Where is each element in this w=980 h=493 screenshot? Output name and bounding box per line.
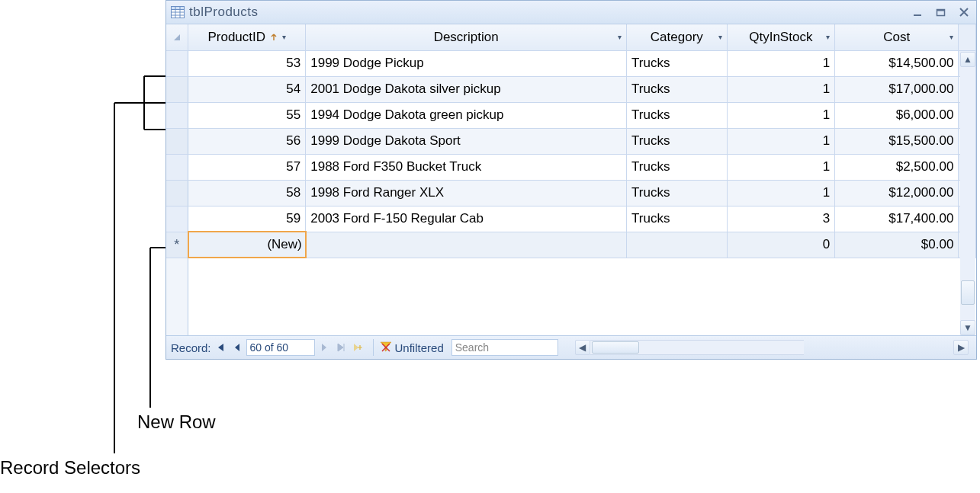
table-row[interactable]: 592003 Ford F-150 Regular CabTrucks3$17,… <box>166 206 976 232</box>
table-row[interactable]: 581998 Ford Ranger XLXTrucks1$12,000.00 <box>166 180 976 206</box>
table-row[interactable]: 531999 Dodge PickupTrucks1$14,500.00 <box>166 50 976 76</box>
cell-qty-new[interactable]: 0 <box>727 232 835 258</box>
cell-productid-new[interactable]: (New) <box>188 232 306 258</box>
cell-description[interactable]: 2003 Ford F-150 Regular Cab <box>306 206 627 232</box>
new-record-selector[interactable]: * <box>166 232 188 258</box>
col-header-productid[interactable]: ProductID ▾ <box>188 24 306 50</box>
hscroll-left-arrow[interactable]: ◀ <box>575 340 590 355</box>
table-row[interactable]: 542001 Dodge Dakota silver pickupTrucks1… <box>166 76 976 102</box>
minimize-button[interactable] <box>911 5 926 20</box>
scroll-down-arrow[interactable]: ▼ <box>960 320 975 335</box>
filter-section[interactable]: Unfiltered <box>373 339 444 356</box>
cell-cost-new[interactable]: $0.00 <box>835 232 959 258</box>
nav-next-button[interactable] <box>316 340 332 355</box>
callout-new-row: New Row <box>137 411 216 433</box>
col-header-qtyinstock[interactable]: QtyInStock▾ <box>727 24 835 50</box>
cell-cost[interactable]: $6,000.00 <box>835 102 959 128</box>
cell-productid[interactable]: 59 <box>188 206 306 232</box>
cell-productid[interactable]: 58 <box>188 180 306 206</box>
scroll-track[interactable] <box>961 67 975 320</box>
grid-body[interactable]: ProductID ▾ Description▾ Category▾ <box>166 24 976 335</box>
chevron-down-icon[interactable]: ▾ <box>618 33 622 41</box>
col-header-cost[interactable]: Cost▾ <box>835 24 959 50</box>
hscroll-right-arrow[interactable]: ▶ <box>953 340 969 355</box>
cell-cost[interactable]: $12,000.00 <box>835 180 959 206</box>
cell-productid[interactable]: 56 <box>188 128 306 154</box>
table-row[interactable]: 571988 Ford F350 Bucket TruckTrucks1$2,5… <box>166 154 976 180</box>
col-label: Cost <box>883 30 910 45</box>
cell-category[interactable]: Trucks <box>627 154 727 180</box>
cell-cost[interactable]: $15,500.00 <box>835 128 959 154</box>
record-counter-text: 60 of 60 <box>250 341 289 354</box>
scroll-thumb[interactable] <box>961 280 975 305</box>
cell-cost[interactable]: $17,000.00 <box>835 76 959 102</box>
table-row[interactable]: 561999 Dodge Dakota SportTrucks1$15,500.… <box>166 128 976 154</box>
cell-cost[interactable]: $14,500.00 <box>835 50 959 76</box>
col-header-description[interactable]: Description▾ <box>306 24 627 50</box>
nav-prev-button[interactable] <box>230 340 245 355</box>
cell-productid[interactable]: 55 <box>188 102 306 128</box>
col-label: ProductID <box>207 30 265 45</box>
record-counter[interactable]: 60 of 60 <box>246 339 315 356</box>
window-title: tblProducts <box>189 5 911 20</box>
record-selector[interactable] <box>166 206 188 232</box>
cell-qty[interactable]: 1 <box>727 180 835 206</box>
search-placeholder: Search <box>455 341 489 354</box>
cell-category[interactable]: Trucks <box>627 102 727 128</box>
cell-productid[interactable]: 57 <box>188 154 306 180</box>
chevron-down-icon[interactable]: ▾ <box>718 33 722 41</box>
chevron-down-icon[interactable]: ▾ <box>282 33 286 41</box>
chevron-down-icon[interactable]: ▾ <box>826 33 830 41</box>
close-button[interactable] <box>956 5 972 20</box>
cell-category[interactable]: Trucks <box>627 206 727 232</box>
cell-description[interactable]: 2001 Dodge Dakota silver pickup <box>306 76 627 102</box>
col-header-category[interactable]: Category▾ <box>627 24 727 50</box>
hscroll-track[interactable] <box>590 340 804 355</box>
select-all-corner[interactable] <box>166 24 188 50</box>
cell-qty[interactable]: 1 <box>727 50 835 76</box>
data-table: ProductID ▾ Description▾ Category▾ <box>166 24 976 335</box>
record-selector[interactable] <box>166 128 188 154</box>
table-icon <box>171 6 185 18</box>
table-row[interactable]: 551994 Dodge Dakota green pickupTrucks1$… <box>166 102 976 128</box>
scroll-up-arrow[interactable]: ▲ <box>960 52 975 67</box>
record-selector[interactable] <box>166 76 188 102</box>
cell-category[interactable]: Trucks <box>627 128 727 154</box>
cell-description[interactable]: 1999 Dodge Dakota Sport <box>306 128 627 154</box>
cell-qty[interactable]: 1 <box>727 76 835 102</box>
cell-qty[interactable]: 1 <box>727 102 835 128</box>
restore-button[interactable] <box>933 5 949 20</box>
titlebar[interactable]: tblProducts <box>166 1 976 24</box>
nav-new-button[interactable] <box>350 340 365 355</box>
cell-productid[interactable]: 54 <box>188 76 306 102</box>
cell-description[interactable]: 1998 Ford Ranger XLX <box>306 180 627 206</box>
record-selector[interactable] <box>166 50 188 76</box>
cell-category[interactable]: Trucks <box>627 50 727 76</box>
hscroll-thumb[interactable] <box>592 341 639 354</box>
cell-category[interactable]: Trucks <box>627 76 727 102</box>
horizontal-scrollbar[interactable]: ◀ ▶ <box>575 340 972 355</box>
cell-description[interactable]: 1999 Dodge Pickup <box>306 50 627 76</box>
cell-description[interactable]: 1994 Dodge Dakota green pickup <box>306 102 627 128</box>
vertical-scrollbar[interactable]: ▲ ▼ <box>960 52 975 335</box>
record-selector[interactable] <box>166 102 188 128</box>
cell-qty[interactable]: 1 <box>727 154 835 180</box>
chevron-down-icon[interactable]: ▾ <box>949 33 953 41</box>
cell-qty[interactable]: 3 <box>727 206 835 232</box>
nav-first-button[interactable] <box>213 340 228 355</box>
record-selector[interactable] <box>166 154 188 180</box>
cell-productid[interactable]: 53 <box>188 50 306 76</box>
svg-rect-8 <box>937 10 945 11</box>
cell-qty[interactable]: 1 <box>727 128 835 154</box>
record-selector[interactable] <box>166 180 188 206</box>
sort-asc-icon <box>268 32 279 43</box>
cell-description[interactable]: 1988 Ford F350 Bucket Truck <box>306 154 627 180</box>
nav-last-button[interactable] <box>333 340 349 355</box>
cell-category-new[interactable] <box>627 232 727 258</box>
cell-cost[interactable]: $2,500.00 <box>835 154 959 180</box>
cell-description-new[interactable] <box>306 232 627 258</box>
cell-cost[interactable]: $17,400.00 <box>835 206 959 232</box>
cell-category[interactable]: Trucks <box>627 180 727 206</box>
search-input[interactable]: Search <box>451 339 558 356</box>
new-row[interactable]: *(New)0$0.00 <box>166 232 976 258</box>
